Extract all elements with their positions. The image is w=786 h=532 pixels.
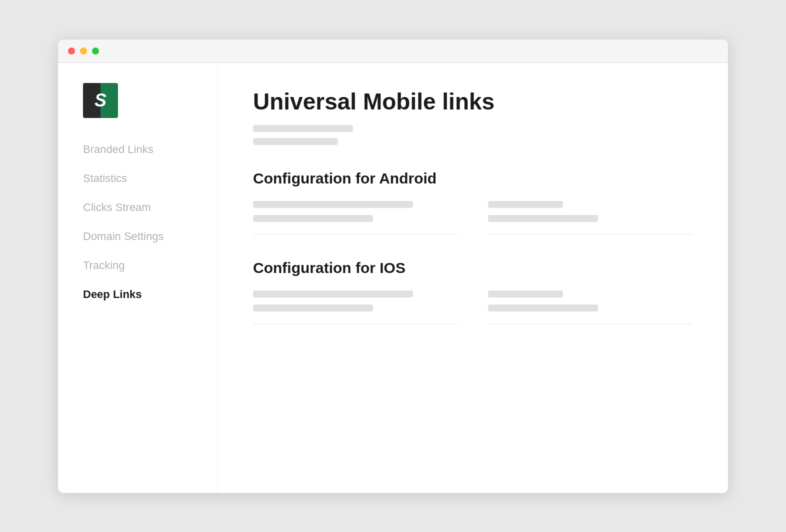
- sidebar-nav: Branded Links Statistics Clicks Stream D…: [83, 143, 192, 301]
- logo-container: S: [83, 83, 192, 118]
- logo-letter: S: [94, 90, 106, 111]
- traffic-light-yellow[interactable]: [80, 48, 87, 54]
- ios-config-grid: [253, 290, 693, 324]
- logo-box: S: [83, 83, 118, 118]
- traffic-light-green[interactable]: [92, 48, 99, 54]
- sidebar-item-branded-links[interactable]: Branded Links: [83, 143, 192, 156]
- ios-skeleton-l2: [253, 304, 373, 312]
- ios-field-group-right: [488, 290, 693, 312]
- sidebar-item-statistics[interactable]: Statistics: [83, 172, 192, 185]
- browser-window: S Branded Links Statistics Clicks Stream…: [58, 40, 728, 493]
- android-section-title: Configuration for Android: [253, 170, 693, 187]
- sidebar-item-deep-links[interactable]: Deep Links: [83, 288, 192, 301]
- android-skeleton-r1: [488, 201, 563, 208]
- intro-skeletons: [253, 125, 693, 145]
- android-field-left-1: [253, 201, 458, 234]
- skeleton-line-1: [253, 125, 353, 132]
- android-skeleton-r2: [488, 215, 598, 222]
- ios-skeleton-r1: [488, 290, 563, 298]
- ios-section-title: Configuration for IOS: [253, 260, 693, 276]
- android-skeleton-l2: [253, 215, 373, 222]
- app-body: S Branded Links Statistics Clicks Stream…: [58, 63, 728, 493]
- ios-field-right-1: [488, 290, 693, 324]
- page-title: Universal Mobile links: [253, 88, 693, 115]
- ios-config-section: Configuration for IOS: [253, 260, 693, 324]
- ios-skeleton-l1: [253, 290, 413, 298]
- android-skeleton-l1: [253, 201, 413, 208]
- sidebar-item-tracking[interactable]: Tracking: [83, 259, 192, 272]
- skeleton-line-2: [253, 138, 338, 145]
- browser-chrome: [58, 40, 728, 63]
- sidebar-item-domain-settings[interactable]: Domain Settings: [83, 230, 192, 243]
- android-field-group-right: [488, 201, 693, 222]
- traffic-light-red[interactable]: [68, 48, 75, 54]
- ios-field-left-1: [253, 290, 458, 324]
- sidebar-item-clicks-stream[interactable]: Clicks Stream: [83, 201, 192, 214]
- android-field-group-left: [253, 201, 458, 222]
- main-content: Universal Mobile links Configuration for…: [218, 63, 728, 493]
- sidebar: S Branded Links Statistics Clicks Stream…: [58, 63, 218, 493]
- android-config-grid: [253, 201, 693, 234]
- android-field-right-1: [488, 201, 693, 234]
- android-config-section: Configuration for Android: [253, 170, 693, 234]
- ios-skeleton-r2: [488, 304, 598, 312]
- ios-field-group-left: [253, 290, 458, 312]
